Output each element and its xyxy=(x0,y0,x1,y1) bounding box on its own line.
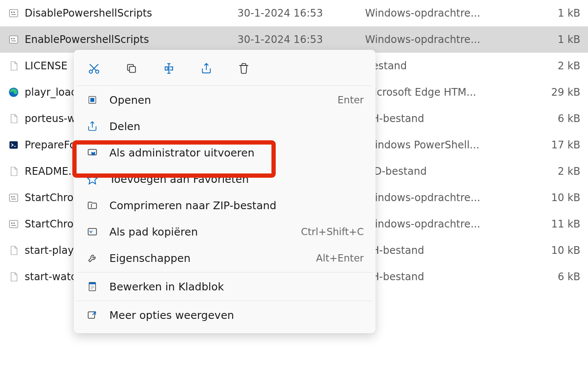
file-row[interactable]: EnablePowershellScripts30-1-2024 16:53Wi… xyxy=(0,26,588,53)
file-type: SH-bestand xyxy=(365,113,501,125)
menu-item-properties[interactable]: Eigenschappen Alt+Enter xyxy=(74,245,376,271)
file-date: 30-1-2024 16:53 xyxy=(237,7,365,19)
svg-point-4 xyxy=(11,38,12,39)
svg-rect-24 xyxy=(88,228,97,235)
file-name: DisablePowershellScripts xyxy=(25,7,237,19)
svg-point-10 xyxy=(13,196,14,197)
file-type-icon xyxy=(8,60,20,72)
star-icon xyxy=(86,172,99,186)
menu-item-shortcut: Enter xyxy=(337,94,364,105)
svg-point-14 xyxy=(89,70,93,74)
menu-item-copy-path[interactable]: Als pad kopiëren Ctrl+Shift+C xyxy=(74,219,376,245)
share-action-icon xyxy=(86,119,99,133)
menu-item-label: Comprimeren naar ZIP-bestand xyxy=(109,199,364,212)
menu-item-label: Openen xyxy=(109,94,337,106)
svg-marker-22 xyxy=(87,174,97,184)
menu-item-open[interactable]: Openen Enter xyxy=(74,87,376,113)
file-type-icon xyxy=(8,113,20,125)
menu-item-label: Delen xyxy=(109,120,364,133)
wrench-icon xyxy=(86,251,99,265)
file-type: Bestand xyxy=(365,60,501,72)
file-type: SH-bestand xyxy=(365,244,501,256)
svg-rect-26 xyxy=(89,282,95,284)
menu-divider xyxy=(77,272,372,273)
share-icon[interactable] xyxy=(198,60,215,77)
context-menu-toolbar xyxy=(74,55,376,85)
file-type: Windows PowerShell... xyxy=(365,139,501,151)
menu-item-label: Meer opties weergeven xyxy=(109,309,364,321)
open-icon xyxy=(86,93,99,107)
file-size: 10 kB xyxy=(501,192,580,204)
menu-item-edit-notepad[interactable]: Bewerken in Kladblok xyxy=(74,273,376,300)
svg-rect-30 xyxy=(88,312,94,318)
menu-item-label: Als pad kopiëren xyxy=(109,226,301,238)
file-size: 6 kB xyxy=(501,271,580,283)
file-type-icon xyxy=(8,7,20,19)
cut-icon[interactable] xyxy=(86,60,103,77)
file-size: 10 kB xyxy=(501,244,580,256)
file-name: EnablePowershellScripts xyxy=(25,34,237,45)
menu-item-shortcut: Alt+Enter xyxy=(316,253,364,264)
file-type-icon xyxy=(8,244,20,256)
file-type-icon xyxy=(8,271,20,283)
file-type-icon xyxy=(8,218,20,230)
menu-item-run-as-admin[interactable]: Als administrator uitvoeren xyxy=(74,139,376,166)
svg-point-9 xyxy=(11,196,12,197)
file-type-icon xyxy=(8,86,20,98)
menu-item-more-options[interactable]: Meer opties weergeven xyxy=(74,302,376,328)
svg-rect-0 xyxy=(9,9,18,17)
svg-point-5 xyxy=(13,38,14,39)
file-type-icon xyxy=(8,192,20,204)
context-menu: Openen Enter Delen Als administrator uit… xyxy=(74,50,376,333)
file-type: Windows-opdrachtre... xyxy=(365,7,501,19)
svg-rect-11 xyxy=(9,220,18,227)
svg-point-2 xyxy=(13,11,14,13)
menu-divider xyxy=(77,301,372,301)
file-date: 30-1-2024 16:53 xyxy=(237,34,365,45)
file-type: Windows-opdrachtre... xyxy=(365,218,501,230)
svg-rect-18 xyxy=(129,66,135,72)
file-size: 2 kB xyxy=(501,165,580,177)
menu-item-label: Bewerken in Kladblok xyxy=(109,281,364,293)
file-type: Microsoft Edge HTM... xyxy=(365,86,501,98)
file-size: 17 kB xyxy=(501,139,580,151)
notepad-icon xyxy=(86,280,99,293)
delete-icon[interactable] xyxy=(235,60,252,77)
menu-item-share[interactable]: Delen xyxy=(74,113,376,139)
menu-item-compress[interactable]: Comprimeren naar ZIP-bestand xyxy=(74,192,376,219)
zip-icon xyxy=(86,199,99,212)
file-size: 11 kB xyxy=(501,218,580,230)
file-type-icon xyxy=(8,34,20,45)
file-size: 6 kB xyxy=(501,113,580,125)
svg-rect-20 xyxy=(90,98,94,102)
svg-rect-3 xyxy=(9,36,18,43)
menu-item-label: Eigenschappen xyxy=(109,252,316,264)
copy-path-icon xyxy=(86,225,99,239)
svg-rect-8 xyxy=(9,194,18,201)
more-options-icon xyxy=(86,308,99,322)
file-size: 29 kB xyxy=(501,86,580,98)
svg-point-15 xyxy=(96,70,99,74)
file-type-icon xyxy=(8,165,20,177)
menu-divider xyxy=(77,85,372,86)
file-row[interactable]: DisablePowershellScripts30-1-2024 16:53W… xyxy=(0,0,588,26)
svg-point-12 xyxy=(11,222,12,224)
file-type-icon xyxy=(8,139,20,151)
admin-shield-icon xyxy=(86,146,99,159)
svg-point-13 xyxy=(13,222,14,224)
file-size: 1 kB xyxy=(501,34,580,45)
menu-item-favorites[interactable]: Toevoegen aan Favorieten xyxy=(74,166,376,192)
file-type: SH-bestand xyxy=(365,271,501,283)
file-type: Windows-opdrachtre... xyxy=(365,192,501,204)
file-size: 2 kB xyxy=(501,60,580,72)
menu-item-label: Als administrator uitvoeren xyxy=(109,147,364,159)
copy-icon[interactable] xyxy=(123,60,140,77)
svg-point-1 xyxy=(11,11,12,13)
file-type: Windows-opdrachtre... xyxy=(365,34,501,45)
rename-icon[interactable] xyxy=(160,60,177,77)
file-size: 1 kB xyxy=(501,7,580,19)
menu-item-label: Toevoegen aan Favorieten xyxy=(109,173,364,185)
file-type: MD-bestand xyxy=(365,165,501,177)
menu-item-shortcut: Ctrl+Shift+C xyxy=(301,226,364,237)
